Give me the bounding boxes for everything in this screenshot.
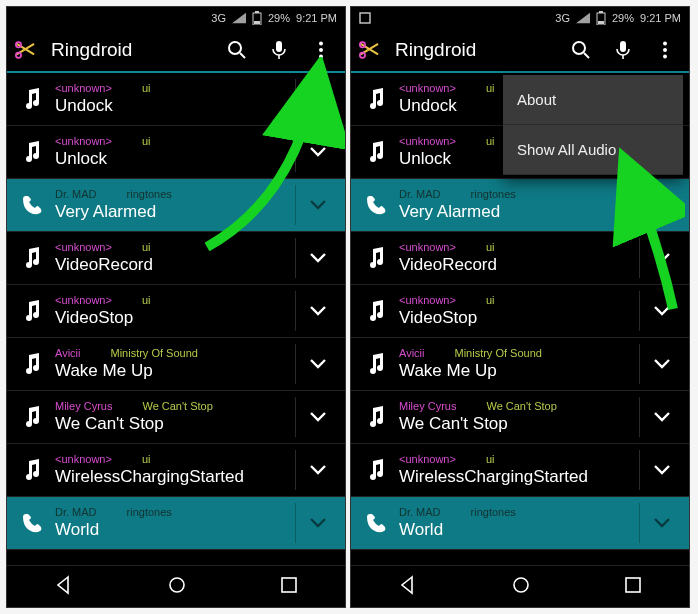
phone-screenshot-right: 3G 29% 9:21 PM Ringdroid <unknown>uiUndo… [350,6,690,608]
list-item[interactable]: Dr. MADringtonesWorld [7,497,345,550]
expand-button[interactable] [295,397,339,437]
mic-button[interactable] [607,34,639,66]
nav-home[interactable] [511,575,531,599]
overflow-button[interactable] [649,34,681,66]
row-text: Dr. MADringtonesVery Alarmed [49,188,295,222]
list-item[interactable]: <unknown>uiVideoStop [7,285,345,338]
list-item[interactable]: Dr. MADringtonesVery Alarmed [351,179,689,232]
expand-button[interactable] [295,132,339,172]
title-label: WirelessChargingStarted [55,467,295,487]
expand-button[interactable] [639,291,683,331]
battery-label: 29% [612,12,634,24]
search-button[interactable] [221,34,253,66]
music-note-icon [365,140,387,164]
expand-button[interactable] [295,185,339,225]
row-type-icon [15,405,49,429]
music-note-icon [365,299,387,323]
album-label: ui [142,241,151,253]
row-text: <unknown>uiUndock [49,82,295,116]
album-label: ringtones [127,188,172,200]
expand-button[interactable] [639,185,683,225]
music-note-icon [21,299,43,323]
app-indicator-icon [359,12,371,24]
music-note-icon [21,140,43,164]
expand-button[interactable] [295,503,339,543]
nav-recent[interactable] [280,576,298,598]
row-type-icon [15,87,49,111]
artist-label: <unknown> [55,241,112,253]
artist-label: <unknown> [55,82,112,94]
app-bar: Ringdroid [351,29,689,73]
album-label: ui [486,82,495,94]
mic-button[interactable] [263,34,295,66]
expand-button[interactable] [639,397,683,437]
music-note-icon [21,352,43,376]
expand-button[interactable] [639,450,683,490]
row-text: <unknown>uiVideoStop [393,294,639,328]
artist-label: Avicii [399,347,424,359]
row-text: AviciiMinistry Of SoundWake Me Up [393,347,639,381]
nav-recent[interactable] [624,576,642,598]
list-item[interactable]: <unknown>uiUnlock [7,126,345,179]
music-note-icon [21,87,43,111]
list-item[interactable]: <unknown>uiVideoStop [351,285,689,338]
expand-button[interactable] [295,79,339,119]
chevron-down-icon [309,252,327,264]
svg-point-11 [319,55,323,59]
chevron-down-icon [309,146,327,158]
svg-rect-14 [360,13,370,23]
expand-button[interactable] [639,238,683,278]
artist-label: <unknown> [399,241,456,253]
chevron-down-icon [653,411,671,423]
list-item[interactable]: Miley CyrusWe Can't StopWe Can't Stop [351,391,689,444]
chevron-down-icon [653,199,671,211]
list-item[interactable]: AviciiMinistry Of SoundWake Me Up [351,338,689,391]
music-note-icon [365,246,387,270]
menu-show-all[interactable]: Show All Audio [503,125,683,175]
list-item[interactable]: <unknown>uiWirelessChargingStarted [351,444,689,497]
row-type-icon [359,512,393,534]
expand-button[interactable] [639,503,683,543]
chevron-down-icon [309,305,327,317]
artist-label: Dr. MAD [399,506,441,518]
expand-button[interactable] [295,238,339,278]
nav-home[interactable] [167,575,187,599]
music-note-icon [21,246,43,270]
expand-button[interactable] [639,344,683,384]
search-button[interactable] [565,34,597,66]
battery-label: 29% [268,12,290,24]
list-item[interactable]: <unknown>uiVideoRecord [7,232,345,285]
menu-about[interactable]: About [503,75,683,125]
nav-back[interactable] [54,575,74,599]
list-item[interactable]: <unknown>uiWirelessChargingStarted [7,444,345,497]
row-text: AviciiMinistry Of SoundWake Me Up [49,347,295,381]
list-item[interactable]: <unknown>uiVideoRecord [351,232,689,285]
clock-label: 9:21 PM [640,12,681,24]
app-logo-icon [15,41,41,59]
title-label: Undock [55,96,295,116]
row-text: Dr. MADringtonesWorld [393,506,639,540]
nav-back[interactable] [398,575,418,599]
chevron-down-icon [309,93,327,105]
album-label: ui [486,453,495,465]
list-item[interactable]: Miley CyrusWe Can't StopWe Can't Stop [7,391,345,444]
overflow-button[interactable] [305,34,337,66]
artist-label: Miley Cyrus [55,400,112,412]
list-item[interactable]: AviciiMinistry Of SoundWake Me Up [7,338,345,391]
artist-label: <unknown> [55,453,112,465]
phone-icon [365,512,387,534]
list-item[interactable]: <unknown>uiUndock [7,73,345,126]
title-label: VideoRecord [55,255,295,275]
phone-icon [365,194,387,216]
list-item[interactable]: Dr. MADringtonesWorld [351,497,689,550]
row-type-icon [359,194,393,216]
artist-label: Miley Cyrus [399,400,456,412]
expand-button[interactable] [295,291,339,331]
list-item[interactable]: Dr. MADringtonesVery Alarmed [7,179,345,232]
expand-button[interactable] [295,344,339,384]
app-bar: Ringdroid [7,29,345,73]
audio-list[interactable]: <unknown>uiUndock<unknown>uiUnlockDr. MA… [7,73,345,565]
expand-button[interactable] [295,450,339,490]
chevron-down-icon [309,358,327,370]
row-text: Dr. MADringtonesWorld [49,506,295,540]
